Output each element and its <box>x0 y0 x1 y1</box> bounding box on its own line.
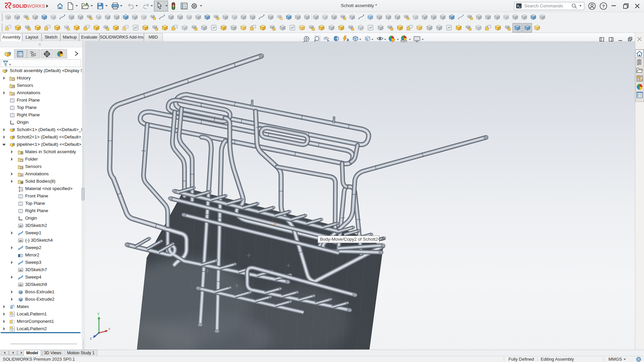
svg-text:Y: Y <box>97 312 100 316</box>
svg-text:A: A <box>346 38 349 42</box>
svg-text:X: X <box>108 327 110 330</box>
svg-text:Z: Z <box>90 337 92 340</box>
svg-text:?: ? <box>602 4 605 9</box>
